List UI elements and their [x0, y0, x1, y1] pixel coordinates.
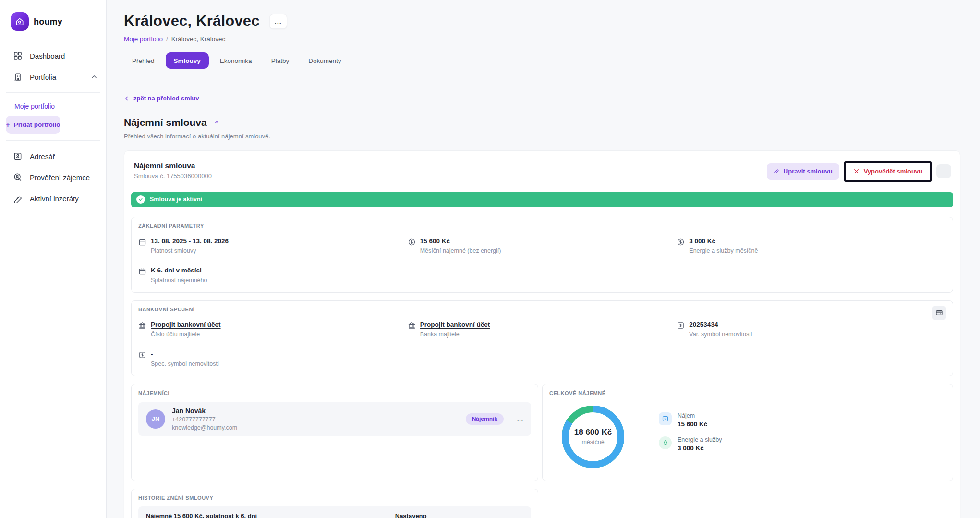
bank-account-owner: Propojit bankovní účet Číslo účtu majite… — [138, 321, 408, 338]
pencil-icon — [774, 168, 780, 174]
contract-actions: Upravit smlouvu Vypovědět smlouvu ... — [767, 161, 951, 182]
sidebar-divider — [6, 140, 100, 141]
legend-label: Nájem — [678, 412, 707, 419]
param-value: 3 000 Kč — [689, 237, 758, 245]
contract-status-banner: Smlouva je aktivní — [131, 192, 953, 207]
contact-card-icon — [13, 151, 23, 161]
bank-grid: Propojit bankovní účet Číslo účtu majite… — [138, 321, 946, 367]
add-portfolio-button[interactable]: + Přidat portfolio — [6, 116, 60, 134]
param-najemne: 15 600 Kč Měsíční nájemné (bez energií) — [408, 237, 677, 254]
back-to-contracts-link[interactable]: zpět na přehled smluv — [124, 95, 199, 102]
history-row: Nájemné 15 600 Kč, splatnost k 6. dni 13… — [138, 506, 531, 518]
param-platnost: 13. 08. 2025 - 13. 08. 2026 Platnost sml… — [138, 237, 408, 254]
brand-logo[interactable]: houmy — [0, 0, 106, 45]
param-label: Platnost smlouvy — [151, 247, 229, 254]
bank-var-symbol: 20253434 Var. symbol nemovitosti — [677, 321, 946, 338]
legend-item-najem: Nájem 15 600 Kč — [659, 412, 722, 428]
chevron-up-icon[interactable] — [91, 74, 97, 80]
sidebar-item-provereni[interactable]: Prověření zájemce — [0, 167, 106, 188]
contract-more-button[interactable]: ... — [936, 164, 951, 178]
tenants-total-row: NÁJEMNÍCI JN Jan Novák +420777777777 kno… — [131, 384, 953, 481]
tenant-avatar: JN — [146, 409, 165, 429]
section-header: Nájemní smlouva — [124, 117, 960, 128]
building-icon — [13, 72, 23, 82]
edit-contract-button[interactable]: Upravit smlouvu — [767, 163, 839, 180]
bank-title: BANKOVNÍ SPOJENÍ — [138, 307, 946, 312]
plus-icon: + — [6, 121, 10, 129]
contract-card-header: Nájemní smlouva Smlouva č. 1755036000000… — [131, 161, 953, 182]
bank-icon — [138, 321, 146, 330]
param-label: Číslo účtu majitele — [151, 331, 221, 338]
legend-value: 15 600 Kč — [678, 420, 707, 428]
dollar-square-icon — [677, 321, 685, 330]
bank-card: BANKOVNÍ SPOJENÍ Propojit bankovní účet … — [131, 300, 953, 376]
basic-params-title: ZÁKLADNÍ PARAMETRY — [138, 223, 946, 229]
chevron-left-icon — [124, 96, 130, 101]
tab-smlouvy[interactable]: Smlouvy — [166, 52, 209, 69]
page-more-button[interactable]: ... — [269, 14, 287, 29]
param-label: Spec. symbol nemovitosti — [151, 360, 219, 367]
section-title: Nájemní smlouva — [124, 117, 207, 128]
x-icon — [853, 168, 859, 174]
tab-bar: Přehled Smlouvy Ekonomika Platby Dokumen… — [124, 52, 960, 69]
terminate-contract-button[interactable]: Vypovědět smlouvu — [846, 163, 930, 180]
sidebar-item-dashboard[interactable]: Dashboard — [0, 45, 106, 66]
tabs-divider — [124, 76, 970, 76]
contract-status-label: Smlouva je aktivní — [150, 196, 202, 203]
param-value: - — [151, 350, 219, 358]
section-description: Přehled všech informací o aktuální nájem… — [124, 133, 960, 140]
legend-value: 3 000 Kč — [678, 444, 722, 452]
terminate-highlight-box: Vypovědět smlouvu — [844, 161, 932, 182]
coin-icon — [408, 238, 416, 246]
breadcrumb-parent-link[interactable]: Moje portfolio — [124, 36, 163, 43]
basic-params-card: ZÁKLADNÍ PARAMETRY 13. 08. 2025 - 13. 08… — [131, 217, 953, 293]
sidebar-item-label: Aktivní inzeráty — [30, 195, 79, 203]
sidebar-item-label: Adresář — [30, 152, 55, 160]
history-title: HISTORIE ZNĚNÍ SMLOUVY — [138, 495, 531, 501]
collapse-chevron-icon[interactable] — [214, 119, 220, 125]
dashboard-grid-icon — [13, 51, 23, 61]
sidebar-item-inzeraty[interactable]: Aktivní inzeráty — [0, 188, 106, 209]
credit-card-icon — [935, 309, 943, 317]
tab-ekonomika[interactable]: Ekonomika — [212, 52, 260, 69]
tenants-card: NÁJEMNÍCI JN Jan Novák +420777777777 kno… — [131, 384, 538, 481]
sidebar-item-label: Prověření zájemce — [30, 173, 90, 182]
connect-bank-link[interactable]: Propojit bankovní účet — [420, 321, 490, 328]
sidebar-item-adresar[interactable]: Adresář — [0, 146, 106, 167]
calendar-icon — [138, 267, 146, 275]
contract-title: Nájemní smlouva — [134, 161, 767, 170]
donut-center-value: 18 600 Kč — [574, 428, 612, 437]
brand-name: houmy — [34, 17, 62, 27]
sidebar-item-moje-portfolio[interactable]: Moje portfolio — [0, 98, 106, 114]
tenant-name: Jan Novák — [172, 407, 466, 415]
connect-bank-account-link[interactable]: Propojit bankovní účet — [151, 321, 221, 328]
tab-prehled[interactable]: Přehled — [124, 52, 163, 69]
sidebar: houmy Dashboard Portfolia Moje portfolio… — [0, 0, 107, 518]
param-label: Var. symbol nemovitosti — [689, 331, 752, 338]
tab-platby[interactable]: Platby — [263, 52, 298, 69]
houmy-logo-icon — [11, 12, 29, 31]
tenant-more-button[interactable]: ... — [517, 416, 523, 422]
total-rent-chart: 18 600 Kč měsíčně Nájem 15 600 Kč — [549, 400, 946, 474]
sidebar-item-portfolia[interactable]: Portfolia — [0, 66, 106, 87]
legend-label: Energie a služby — [678, 436, 722, 443]
page-title: Královec, Královec — [124, 12, 260, 30]
banknote-icon — [659, 412, 672, 425]
main-content: Královec, Královec ... Moje portfolio / … — [107, 0, 980, 518]
coin-icon — [677, 238, 685, 246]
tab-dokumenty[interactable]: Dokumenty — [300, 52, 349, 69]
edit-contract-label: Upravit smlouvu — [784, 168, 833, 175]
tenant-phone: +420777777777 — [172, 416, 466, 423]
credit-card-button[interactable] — [932, 306, 946, 320]
sidebar-nav: Dashboard Portfolia Moje portfolio + Při… — [0, 45, 106, 209]
donut-center-label: měsíčně — [581, 439, 604, 445]
sidebar-divider — [6, 92, 100, 93]
contract-card: Nájemní smlouva Smlouva č. 1755036000000… — [124, 150, 960, 518]
param-label: Měsíční nájemné (bez energií) — [420, 247, 501, 254]
history-entry-title: Nájemné 15 600 Kč, splatnost k 6. dni — [146, 512, 395, 518]
dollar-square-icon — [138, 351, 146, 359]
ruler-icon — [13, 194, 23, 203]
calendar-icon — [138, 238, 146, 246]
breadcrumb-current: Královec, Královec — [171, 36, 226, 43]
tenant-email: knowledge@houmy.com — [172, 424, 466, 431]
